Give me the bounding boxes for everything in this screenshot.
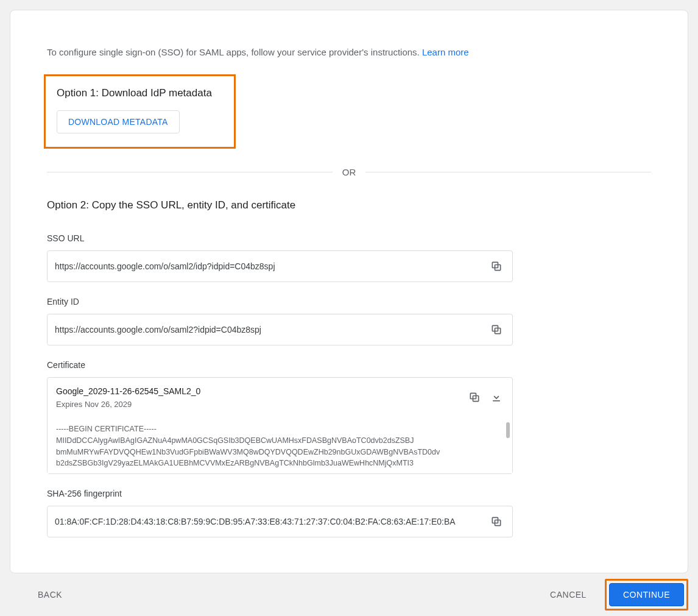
divider-text: OR [333,167,366,177]
footer-bar: BACK CANCEL CONTINUE [0,573,698,616]
sso-url-box: https://accounts.google.com/o/saml2/idp?… [47,250,513,282]
sso-url-value: https://accounts.google.com/o/saml2/idp?… [55,261,485,271]
option2-title: Option 2: Copy the SSO URL, entity ID, a… [47,199,651,211]
certificate-label: Certificate [47,360,513,370]
intro-body: To configure single sign-on (SSO) for SA… [47,47,422,57]
certificate-text: -----BEGIN CERTIFICATE----- MIIDdDCCAlyg… [56,425,440,467]
certificate-info: Google_2029-11-26-62545_SAML2_0 Expires … [56,386,464,409]
download-metadata-button[interactable]: DOWNLOAD METADATA [57,110,180,133]
sha256-label: SHA-256 fingerprint [47,489,513,498]
option1-title: Option 1: Download IdP metadata [57,87,223,99]
divider-line-left [47,172,333,172]
sso-url-group: SSO URL https://accounts.google.com/o/sa… [47,233,513,282]
back-button[interactable]: BACK [27,584,73,606]
copy-icon[interactable] [485,319,507,341]
sha256-box: 01:8A:0F:CF:1D:28:D4:43:18:C8:B7:59:9C:D… [47,506,513,537]
certificate-name: Google_2029-11-26-62545_SAML2_0 [56,386,464,396]
sso-url-label: SSO URL [47,233,513,243]
entity-id-label: Entity ID [47,297,513,306]
certificate-expires: Expires Nov 26, 2029 [56,400,464,409]
option1-highlight-box: Option 1: Download IdP metadata DOWNLOAD… [44,74,236,149]
scrollbar-thumb[interactable] [506,422,510,438]
download-icon[interactable] [485,386,507,408]
sha256-group: SHA-256 fingerprint 01:8A:0F:CF:1D:28:D4… [47,489,513,537]
entity-id-group: Entity ID https://accounts.google.com/o/… [47,297,513,345]
copy-icon[interactable] [464,386,485,408]
copy-icon[interactable] [485,511,507,533]
main-card: To configure single sign-on (SSO) for SA… [10,10,688,573]
svg-rect-6 [493,400,500,402]
or-divider: OR [47,167,651,177]
continue-highlight-box: CONTINUE [605,579,688,611]
certificate-header: Google_2029-11-26-62545_SAML2_0 Expires … [48,378,512,417]
certificate-group: Certificate Google_2029-11-26-62545_SAML… [47,360,513,474]
entity-id-value: https://accounts.google.com/o/saml2?idpi… [55,325,485,335]
cancel-button[interactable]: CANCEL [539,584,598,606]
entity-id-box: https://accounts.google.com/o/saml2?idpi… [47,314,513,345]
certificate-body[interactable]: -----BEGIN CERTIFICATE----- MIIDdDCCAlyg… [48,417,512,473]
learn-more-link[interactable]: Learn more [422,47,469,57]
continue-button[interactable]: CONTINUE [609,583,684,606]
sha256-value: 01:8A:0F:CF:1D:28:D4:43:18:C8:B7:59:9C:D… [55,517,485,526]
divider-line-right [365,172,651,172]
certificate-box: Google_2029-11-26-62545_SAML2_0 Expires … [47,377,513,474]
copy-icon[interactable] [485,255,507,277]
intro-text: To configure single sign-on (SSO) for SA… [47,47,651,57]
